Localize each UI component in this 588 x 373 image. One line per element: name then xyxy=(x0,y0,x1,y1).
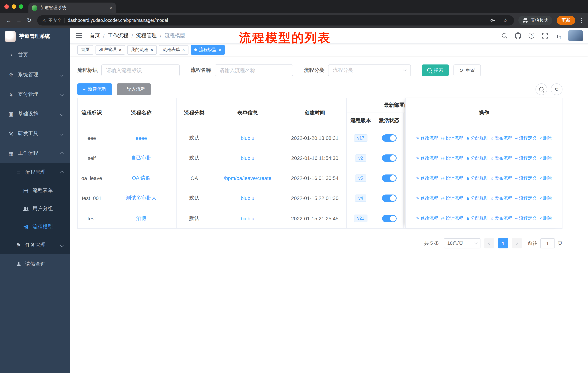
browser-menu-icon[interactable]: ⋮ xyxy=(579,17,584,24)
deploy-process-link[interactable]: ☝发布流程 xyxy=(491,215,512,222)
tag-process-model[interactable]: 流程模型× xyxy=(191,45,225,54)
password-key-icon[interactable] xyxy=(489,17,496,24)
search-button[interactable]: 搜索 xyxy=(422,64,449,76)
breadcrumb-workflow[interactable]: 工作流程 xyxy=(108,32,128,39)
form-info-link[interactable]: biubiu xyxy=(241,135,254,141)
assign-rule-link[interactable]: ♟分配规则 xyxy=(466,215,488,222)
design-process-link[interactable]: ◎设计流程 xyxy=(441,195,463,201)
chrome-update-button[interactable]: 更新 xyxy=(557,16,575,25)
process-name-link[interactable]: eeee xyxy=(136,135,147,141)
process-definition-link[interactable]: ∞流程定义 xyxy=(515,175,537,181)
active-toggle[interactable] xyxy=(382,215,396,222)
forward-icon[interactable]: → xyxy=(14,17,24,23)
sidebar-item-process-form[interactable]: ▤ 流程表单 xyxy=(0,181,70,200)
tag-tenant[interactable]: 租户管理× xyxy=(95,45,125,54)
bookmark-star-icon[interactable]: ☆ xyxy=(502,17,509,24)
sidebar-item-workflow[interactable]: ▦ 工作流程 xyxy=(0,143,70,163)
close-icon[interactable]: × xyxy=(219,48,221,52)
active-toggle[interactable] xyxy=(382,174,396,182)
sidebar-item-system[interactable]: ⚙ 系统管理 xyxy=(0,65,70,84)
design-process-link[interactable]: ◎设计流程 xyxy=(441,175,463,181)
refresh-table-button[interactable]: ↻ xyxy=(551,83,562,95)
fullscreen-icon[interactable] xyxy=(541,32,549,39)
active-toggle[interactable] xyxy=(382,154,396,162)
process-name-link[interactable]: 滔博 xyxy=(136,215,146,222)
github-icon[interactable] xyxy=(514,32,522,39)
page-size-select[interactable]: 10条/页 xyxy=(444,238,481,248)
toggle-search-button[interactable] xyxy=(536,83,547,95)
back-icon[interactable]: ← xyxy=(4,17,14,23)
sidebar-item-payment[interactable]: ¥ 支付管理 xyxy=(0,84,70,104)
design-process-link[interactable]: ◎设计流程 xyxy=(441,135,463,141)
breadcrumb-home[interactable]: 首页 xyxy=(90,32,100,39)
collapse-sidebar-icon[interactable] xyxy=(76,33,82,38)
app-logo[interactable]: 芋道管理系统 xyxy=(0,28,70,45)
process-name-link[interactable]: 测试多审批人 xyxy=(126,195,157,202)
close-icon[interactable]: × xyxy=(119,48,121,52)
close-window-button[interactable] xyxy=(4,4,9,9)
process-definition-link[interactable]: ∞流程定义 xyxy=(515,135,537,141)
delete-link[interactable]: ×删除 xyxy=(539,155,552,161)
breadcrumb-process-management[interactable]: 流程管理 xyxy=(136,32,157,39)
close-icon[interactable]: × xyxy=(151,48,153,52)
maximize-window-button[interactable] xyxy=(19,4,23,9)
assign-rule-link[interactable]: ♟分配规则 xyxy=(466,195,488,201)
modify-process-link[interactable]: ✎修改流程 xyxy=(416,215,438,222)
sidebar-item-leave-query[interactable]: 请假查询 xyxy=(0,254,70,274)
new-tab-button[interactable]: + xyxy=(121,5,129,11)
font-size-icon[interactable]: TT xyxy=(555,32,562,39)
address-bar[interactable]: ⚠不安全 dashboard.yudao.iocoder.cn/bpm/mana… xyxy=(37,15,514,26)
deploy-process-link[interactable]: ☝发布流程 xyxy=(491,135,512,141)
design-process-link[interactable]: ◎设计流程 xyxy=(441,215,463,222)
browser-tab[interactable]: 芋道管理系统 × xyxy=(28,2,116,13)
process-name-link[interactable]: 自己审批 xyxy=(131,155,151,161)
deploy-process-link[interactable]: ☝发布流程 xyxy=(491,175,512,181)
modify-process-link[interactable]: ✎修改流程 xyxy=(416,155,438,161)
assign-rule-link[interactable]: ♟分配规则 xyxy=(466,175,488,181)
assign-rule-link[interactable]: ♟分配规则 xyxy=(466,135,488,141)
goto-page-input[interactable] xyxy=(540,238,555,248)
modify-process-link[interactable]: ✎修改流程 xyxy=(416,195,438,201)
process-definition-link[interactable]: ∞流程定义 xyxy=(515,155,537,161)
category-select[interactable]: 流程分类 xyxy=(328,64,411,76)
tag-process-form[interactable]: 流程表单× xyxy=(159,45,189,54)
security-warning[interactable]: ⚠不安全 xyxy=(42,17,62,23)
process-definition-link[interactable]: ∞流程定义 xyxy=(515,215,537,222)
active-toggle[interactable] xyxy=(382,134,396,142)
modify-process-link[interactable]: ✎修改流程 xyxy=(416,135,438,141)
process-name-link[interactable]: OA 请假 xyxy=(132,175,151,181)
prev-page-button[interactable] xyxy=(484,238,494,248)
deploy-process-link[interactable]: ☝发布流程 xyxy=(491,195,512,201)
reset-button[interactable]: ↻重置 xyxy=(453,64,481,76)
sidebar-item-process-model[interactable]: 流程模型 xyxy=(0,218,70,236)
minimize-window-button[interactable] xyxy=(12,4,16,9)
assign-rule-link[interactable]: ♟分配规则 xyxy=(466,155,488,161)
reload-icon[interactable]: ↻ xyxy=(24,17,34,24)
search-icon[interactable] xyxy=(501,32,508,39)
modify-process-link[interactable]: ✎修改流程 xyxy=(416,175,438,181)
user-avatar[interactable] xyxy=(568,30,583,41)
sidebar-item-user-group[interactable]: 用户分组 xyxy=(0,200,70,218)
create-process-button[interactable]: +新建流程 xyxy=(77,83,112,95)
tab-close-icon[interactable]: × xyxy=(109,5,112,10)
deploy-process-link[interactable]: ☝发布流程 xyxy=(491,155,512,161)
tag-my-process[interactable]: 我的流程× xyxy=(127,45,157,54)
form-info-link[interactable]: biubiu xyxy=(241,215,254,221)
delete-link[interactable]: ×删除 xyxy=(539,215,552,222)
active-toggle[interactable] xyxy=(382,194,396,202)
sidebar-item-process-management[interactable]: ≣ 流程管理 xyxy=(0,163,70,181)
form-info-link[interactable]: biubiu xyxy=(241,195,254,201)
help-icon[interactable]: ? xyxy=(528,32,535,39)
sidebar-item-devtools[interactable]: ⚒ 研发工具 xyxy=(0,124,70,143)
page-1-button[interactable]: 1 xyxy=(498,238,508,248)
close-icon[interactable]: × xyxy=(182,48,185,52)
import-process-button[interactable]: ↑导入流程 xyxy=(116,83,151,95)
form-info-link[interactable]: biubiu xyxy=(241,155,254,161)
form-info-link[interactable]: /bpm/oa/leave/create xyxy=(224,175,271,181)
delete-link[interactable]: ×删除 xyxy=(539,175,552,181)
sidebar-item-task-management[interactable]: ⚑ 任务管理 xyxy=(0,236,70,254)
sidebar-item-home[interactable]: ◔ 首页 xyxy=(0,45,70,65)
design-process-link[interactable]: ◎设计流程 xyxy=(441,155,463,161)
tag-home[interactable]: 首页 xyxy=(77,45,93,54)
process-id-input[interactable] xyxy=(101,64,180,76)
